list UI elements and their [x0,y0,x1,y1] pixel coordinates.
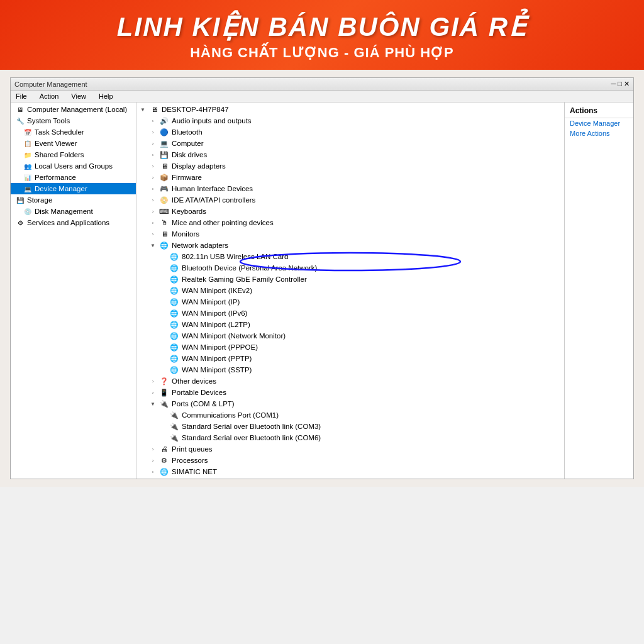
window-controls: ─ □ ✕ [611,80,630,88]
port-expand[interactable]: › [149,389,157,396]
tree-firmware[interactable]: › 📦 Firmware [136,172,564,183]
ide-expand[interactable]: › [149,196,157,204]
sidebar-task-label: Task Scheduler [35,128,84,136]
menu-view[interactable]: View [69,92,89,101]
bt-label: Bluetooth [172,128,203,136]
sidebar-performance[interactable]: 📊 Performance [11,172,136,183]
tree-network-adapters[interactable]: ▼ 🌐 Network adapters [136,240,564,251]
sidebar-perf-label: Performance [35,174,76,181]
comp-expand[interactable]: › [149,140,157,147]
sidebar[interactable]: 🖥 Computer Management (Local) 🔧 System T… [11,103,136,479]
btnet-icon: 🌐 [169,263,179,273]
tree-wan-netmon[interactable]: 🌐 WAN Miniport (Network Monitor) [136,330,564,341]
tools-icon: 🔧 [16,116,25,125]
ports-expand[interactable]: ▼ [149,400,157,408]
tree-com3[interactable]: 🔌 Standard Serial over Bluetooth link (C… [136,421,564,432]
com3-icon: 🔌 [169,421,179,431]
sim-expand[interactable]: › [149,468,157,475]
other-expand[interactable]: › [149,377,157,385]
port-label: Portable Devices [172,389,226,396]
tree-computer[interactable]: › 💻 Computer [136,138,564,149]
tree-wan-pppoe[interactable]: 🌐 WAN Miniport (PPPOE) [136,341,564,353]
menu-action[interactable]: Action [37,92,62,101]
menu-help[interactable]: Help [96,92,116,101]
sidebar-event-viewer[interactable]: 📋 Event Viewer [11,138,136,149]
net-label: Network adapters [172,242,228,249]
sidebar-task-scheduler[interactable]: 📅 Task Scheduler [11,126,136,138]
tree-bluetooth[interactable]: › 🔵 Bluetooth [136,126,564,138]
disp-expand[interactable]: › [149,162,157,170]
wan-sstp-label: WAN Miniport (SSTP) [182,366,252,374]
firm-expand[interactable]: › [149,174,157,181]
sidebar-system-tools[interactable]: 🔧 System Tools [11,115,136,126]
device-tree[interactable]: ▼ 🖥 DESKTOP-4H7P847 › 🔊 Audio inputs and… [136,103,564,479]
bt-icon: 🔵 [159,127,169,137]
btnet-expand [159,264,167,272]
wan-pppoe-icon: 🌐 [169,342,179,352]
pq-expand[interactable]: › [149,445,157,453]
tree-wan-ipv6[interactable]: 🌐 WAN Miniport (IPv6) [136,308,564,319]
sidebar-shared-folders[interactable]: 📁 Shared Folders [11,149,136,160]
tree-ide[interactable]: › 📀 IDE ATA/ATAPI controllers [136,194,564,206]
actions-more[interactable]: More Actions [565,128,633,138]
firm-label: Firmware [172,174,202,181]
tree-wan-sstp[interactable]: 🌐 WAN Miniport (SSTP) [136,364,564,375]
tree-root[interactable]: ▼ 🖥 DESKTOP-4H7P847 [136,104,564,115]
tree-mice[interactable]: › 🖱 Mice and other pointing devices [136,217,564,228]
sidebar-system-tools-label: System Tools [27,117,70,125]
usb-label: 802.11n USB Wireless LAN Card [182,253,288,260]
wan-netmon-label: WAN Miniport (Network Monitor) [182,332,286,340]
sidebar-device-manager[interactable]: 💻 Device Manager [11,183,136,194]
tree-keyboards[interactable]: › ⌨ Keyboards [136,206,564,217]
btnet-label: Bluetooth Device (Personal Area Network) [182,264,317,272]
tree-disk-drives[interactable]: › 💾 Disk drives [136,149,564,160]
tree-hid[interactable]: › 🎮 Human Interface Devices [136,183,564,194]
sidebar-event-label: Event Viewer [35,140,77,147]
tree-wan-pptp[interactable]: 🌐 WAN Miniport (PPTP) [136,353,564,364]
sidebar-services[interactable]: ⚙ Services and Applications [11,217,136,228]
sidebar-device-label: Device Manager [35,185,87,192]
sidebar-local-users[interactable]: 👥 Local Users and Groups [11,160,136,172]
mon-expand[interactable]: › [149,230,157,238]
audio-expand[interactable]: › [149,117,157,125]
actions-device-manager[interactable]: Device Manager [565,118,633,128]
tree-ports[interactable]: ▼ 🔌 Ports (COM & LPT) [136,398,564,409]
tree-audio[interactable]: › 🔊 Audio inputs and outputs [136,115,564,126]
tree-wan-ikev2[interactable]: 🌐 WAN Miniport (IKEv2) [136,285,564,296]
tree-bt-network[interactable]: 🌐 Bluetooth Device (Personal Area Networ… [136,262,564,274]
proc-expand[interactable]: › [149,457,157,464]
mice-expand[interactable]: › [149,219,157,226]
menu-file[interactable]: File [13,92,30,101]
tree-other-devices[interactable]: › ❓ Other devices [136,375,564,387]
tree-portable[interactable]: › 📱 Portable Devices [136,387,564,398]
net-expand[interactable]: ▼ [149,242,157,249]
sidebar-storage-label: Storage [27,196,52,204]
tree-display[interactable]: › 🖥 Display adapters [136,160,564,172]
hid-expand[interactable]: › [149,185,157,192]
tree-usb-wifi[interactable]: 🌐 802.11n USB Wireless LAN Card [136,251,564,262]
bt-expand[interactable]: › [149,128,157,136]
tree-com1[interactable]: 🔌 Communications Port (COM1) [136,409,564,421]
storage-icon: 💾 [16,196,25,204]
sidebar-storage[interactable]: 💾 Storage [11,194,136,206]
ports-label: Ports (COM & LPT) [172,400,235,408]
com3-label: Standard Serial over Bluetooth link (COM… [182,423,321,430]
device-icon: 💻 [23,184,32,193]
tree-wan-ip[interactable]: 🌐 WAN Miniport (IP) [136,296,564,308]
tree-print-queues[interactable]: › 🖨 Print queues [136,443,564,455]
wan-ikev2-icon: 🌐 [169,286,179,296]
ide-icon: 📀 [159,195,169,205]
root-expand-icon[interactable]: ▼ [139,106,147,113]
disk-expand[interactable]: › [149,151,157,158]
sidebar-root[interactable]: 🖥 Computer Management (Local) [11,104,136,115]
rtk-label: Realtek Gaming GbE Family Controller [182,275,307,283]
tree-com6[interactable]: 🔌 Standard Serial over Bluetooth link (C… [136,432,564,443]
tree-wan-l2tp[interactable]: 🌐 WAN Miniport (L2TP) [136,319,564,330]
tree-processors[interactable]: › ⚙ Processors [136,455,564,466]
menubar[interactable]: File Action View Help [11,91,633,103]
kbd-expand[interactable]: › [149,208,157,215]
tree-simatic[interactable]: › 🌐 SIMATIC NET [136,466,564,477]
tree-monitors[interactable]: › 🖥 Monitors [136,228,564,240]
sidebar-disk-mgmt[interactable]: 💿 Disk Management [11,206,136,217]
tree-realtek[interactable]: 🌐 Realtek Gaming GbE Family Controller [136,274,564,285]
